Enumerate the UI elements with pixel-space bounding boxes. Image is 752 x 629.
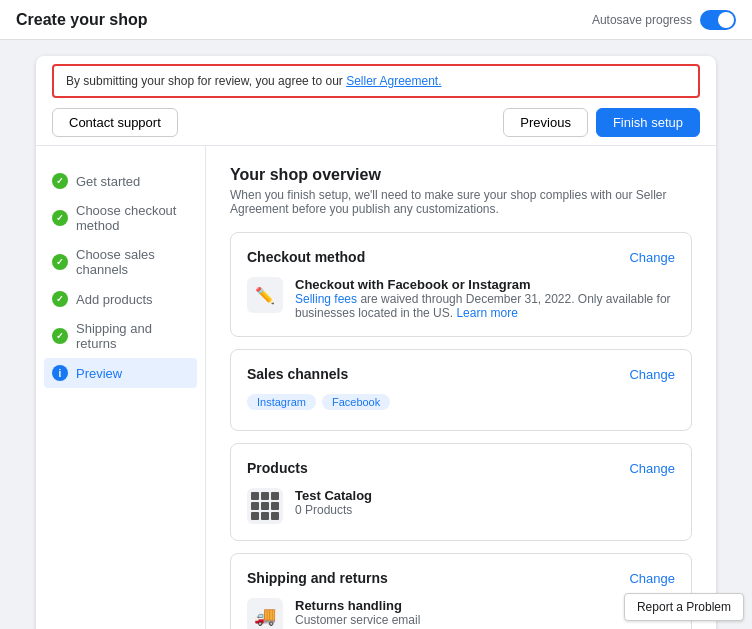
shipping-details: Returns handling Customer service email … — [295, 598, 527, 629]
sidebar-label-sales: Choose sales channels — [76, 247, 189, 277]
sidebar-label-preview: Preview — [76, 366, 122, 381]
products-header: Products Change — [247, 460, 675, 476]
returns-email: Customer service email — [295, 613, 527, 627]
sidebar-label-get-started: Get started — [76, 174, 140, 189]
sales-header: Sales channels Change — [247, 366, 675, 382]
sidebar-label-shipping: Shipping and returns — [76, 321, 189, 351]
content-area: Your shop overview When you finish setup… — [206, 146, 716, 629]
check-icon-checkout — [52, 210, 68, 226]
main-container: By submitting your shop for review, you … — [0, 40, 752, 629]
shipping-change-link[interactable]: Change — [629, 571, 675, 586]
checkout-change-link[interactable]: Change — [629, 250, 675, 265]
catalog-name: Test Catalog — [295, 488, 372, 503]
sidebar-item-add-products[interactable]: Add products — [36, 284, 205, 314]
checkout-icon-box: ✏️ — [247, 277, 283, 313]
checkout-item-name: Checkout with Facebook or Instagram — [295, 277, 675, 292]
checkout-item-row: ✏️ Checkout with Facebook or Instagram S… — [247, 277, 675, 320]
sales-channels-section: Sales channels Change Instagram Facebook — [230, 349, 692, 431]
products-change-link[interactable]: Change — [629, 461, 675, 476]
info-icon-preview — [52, 365, 68, 381]
sidebar-label-checkout: Choose checkout method — [76, 203, 189, 233]
shipping-item-row: 🚚 Returns handling Customer service emai… — [247, 598, 675, 629]
channel-pill-instagram: Instagram — [247, 394, 316, 410]
main-card: By submitting your shop for review, you … — [36, 56, 716, 629]
shipping-title: Shipping and returns — [247, 570, 388, 586]
products-details: Test Catalog 0 Products — [295, 488, 372, 517]
seller-agreement-link-top[interactable]: Seller Agreement. — [346, 74, 441, 88]
finish-setup-button-top[interactable]: Finish setup — [596, 108, 700, 137]
sidebar-item-sales-channels[interactable]: Choose sales channels — [36, 240, 205, 284]
card-inner: Get started Choose checkout method Choos… — [36, 146, 716, 629]
autosave-area: Autosave progress — [592, 10, 736, 30]
shipping-section: Shipping and returns Change 🚚 Returns ha… — [230, 553, 692, 629]
check-icon-shipping — [52, 328, 68, 344]
checkout-details: Checkout with Facebook or Instagram Sell… — [295, 277, 675, 320]
sidebar-item-checkout-method[interactable]: Choose checkout method — [36, 196, 205, 240]
page-title: Create your shop — [16, 11, 148, 29]
sales-title: Sales channels — [247, 366, 348, 382]
checkout-item-desc: Selling fees are waived through December… — [295, 292, 675, 320]
grid-icon — [251, 492, 279, 520]
pencil-icon: ✏️ — [255, 286, 275, 305]
catalog-count: 0 Products — [295, 503, 372, 517]
products-icon-box — [247, 488, 283, 524]
autosave-label: Autosave progress — [592, 13, 692, 27]
sales-change-link[interactable]: Change — [629, 367, 675, 382]
products-title: Products — [247, 460, 308, 476]
overview-title: Your shop overview — [230, 166, 692, 184]
products-item-row: Test Catalog 0 Products — [247, 488, 675, 524]
shipping-icon-box: 🚚 — [247, 598, 283, 629]
top-bar: Create your shop Autosave progress — [0, 0, 752, 40]
contact-support-button-top[interactable]: Contact support — [52, 108, 178, 137]
seller-agreement-notice-top: By submitting your shop for review, you … — [52, 64, 700, 98]
overview-subtitle: When you finish setup, we'll need to mak… — [230, 188, 692, 216]
sidebar-label-products: Add products — [76, 292, 153, 307]
products-section: Products Change Test Catalog — [230, 443, 692, 541]
previous-button-top[interactable]: Previous — [503, 108, 588, 137]
truck-icon: 🚚 — [254, 605, 276, 627]
learn-more-link[interactable]: Learn more — [456, 306, 517, 320]
check-icon-products — [52, 291, 68, 307]
sidebar-item-shipping-returns[interactable]: Shipping and returns — [36, 314, 205, 358]
check-icon-get-started — [52, 173, 68, 189]
report-problem-button[interactable]: Report a Problem — [624, 593, 744, 621]
shipping-header: Shipping and returns Change — [247, 570, 675, 586]
top-button-group: Previous Finish setup — [503, 108, 700, 137]
checkout-title: Checkout method — [247, 249, 365, 265]
seller-notice-text-top: By submitting your shop for review, you … — [66, 74, 346, 88]
selling-fees-link[interactable]: Selling fees — [295, 292, 357, 306]
sidebar-item-get-started[interactable]: Get started — [36, 166, 205, 196]
channels-row: Instagram Facebook — [247, 394, 675, 410]
sidebar: Get started Choose checkout method Choos… — [36, 146, 206, 629]
checkout-header: Checkout method Change — [247, 249, 675, 265]
sidebar-item-preview[interactable]: Preview — [44, 358, 197, 388]
checkout-section: Checkout method Change ✏️ Checkout with … — [230, 232, 692, 337]
check-icon-sales — [52, 254, 68, 270]
channel-pill-facebook: Facebook — [322, 394, 390, 410]
autosave-toggle[interactable] — [700, 10, 736, 30]
returns-label: Returns handling — [295, 598, 527, 613]
